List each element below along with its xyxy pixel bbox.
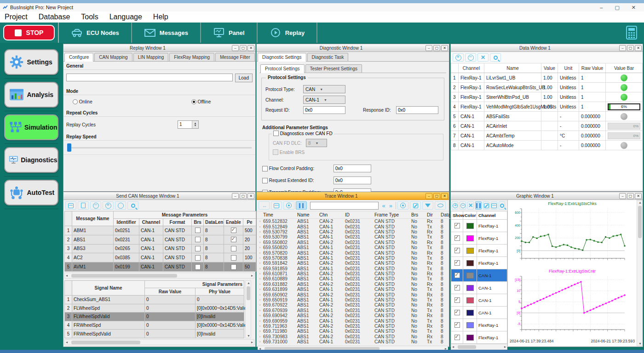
- minimize-icon[interactable]: –: [619, 193, 626, 199]
- trace-row[interactable]: ›659.512832ABS1CAN-20x0231CAN STDNoRx8: [257, 219, 454, 224]
- data-row[interactable]: 2FlexRay-1RowSecLeWakupBtnSts_UB1.00Unit…: [451, 83, 643, 92]
- close-icon[interactable]: ✕: [247, 193, 254, 199]
- col-signal-name[interactable]: Signal Name: [72, 281, 145, 296]
- maximize-icon[interactable]: ▢: [433, 193, 440, 199]
- eye-icon[interactable]: [435, 201, 446, 210]
- trace-search-input[interactable]: [310, 202, 379, 210]
- col-format[interactable]: Format: [163, 219, 192, 226]
- col-channel[interactable]: Channel: [459, 63, 484, 73]
- trace-row[interactable]: ›659.591842ABS1CAN-20x0231CAN STDNoRx8: [257, 261, 454, 266]
- legend-row[interactable]: CAN-1: [451, 294, 507, 307]
- menu-project[interactable]: Project: [5, 13, 28, 21]
- replay-speed-slider[interactable]: [67, 143, 252, 152]
- channel-select[interactable]: CAN-1▼: [303, 96, 345, 104]
- col-period[interactable]: Pe: [243, 219, 256, 226]
- expand-icon[interactable]: ›: [257, 339, 263, 344]
- expand-icon[interactable]: ›: [257, 282, 263, 287]
- checkbox-icon[interactable]: [231, 255, 236, 261]
- message-row[interactable]: 3ABS30x0265CAN-1CAN STD820: [65, 244, 256, 253]
- checkbox-icon[interactable]: [195, 255, 201, 261]
- expand-icon[interactable]: ›: [257, 266, 263, 271]
- remove-signal-icon[interactable]: [460, 201, 466, 210]
- sidebar-item-diagnostics[interactable]: Diagnostics: [4, 147, 58, 173]
- col-channel[interactable]: Channel: [139, 219, 163, 226]
- pause-icon[interactable]: [296, 201, 307, 210]
- search-icon[interactable]: [127, 201, 138, 210]
- tab-diagnostic-settings[interactable]: Diagnostic Settings: [258, 53, 306, 62]
- enable-all-icon[interactable]: [103, 201, 114, 210]
- trace-row[interactable]: ›659.591859ABS1CAN-10x0231CAN STDNoTx8: [257, 266, 454, 271]
- filter-icon[interactable]: [422, 201, 433, 210]
- checkbox-icon[interactable]: [454, 285, 460, 290]
- trace-row[interactable]: ›659.670939ABS1CAN-10x0231CAN STDNoTx8: [257, 308, 454, 313]
- minimize-icon[interactable]: –: [619, 45, 626, 51]
- search-icon[interactable]: [490, 53, 501, 62]
- signal-table-vscrollbar[interactable]: ▲▼: [245, 280, 251, 338]
- close-icon[interactable]: ✕: [441, 193, 448, 199]
- close-icon[interactable]: ✕: [635, 193, 642, 199]
- expand-icon[interactable]: ›: [257, 297, 263, 302]
- color-swatch[interactable]: [466, 310, 474, 316]
- color-swatch[interactable]: [466, 297, 474, 303]
- trace-row[interactable]: ›659.550802ABS1CAN-20x0231CAN STDNoRx8: [257, 240, 454, 245]
- legend-row[interactable]: FlexRay-1: [451, 257, 507, 269]
- expand-icon[interactable]: ›: [257, 261, 263, 266]
- checkbox-icon[interactable]: [454, 248, 460, 253]
- trace-row[interactable]: ›659.530792ABS1CAN-20x0231CAN STDNoRx8: [257, 229, 454, 234]
- checkbox-icon[interactable]: [231, 228, 236, 233]
- checkbox-icon[interactable]: [195, 246, 201, 251]
- legend-row[interactable]: CAN-1: [451, 269, 507, 282]
- checkbox-icon[interactable]: [231, 246, 236, 251]
- expand-icon[interactable]: ›: [257, 308, 263, 313]
- stop-button[interactable]: STOP: [3, 25, 55, 40]
- checkbox-icon[interactable]: [454, 322, 460, 328]
- add-message-icon[interactable]: [65, 201, 76, 210]
- signal-row[interactable]: 5FRWheelSpdValid0[0]Invalid: [65, 330, 244, 338]
- col-value[interactable]: Value: [541, 63, 558, 73]
- close-icon[interactable]: ✕: [441, 45, 448, 51]
- menu-help[interactable]: Help: [153, 13, 168, 21]
- trace-row[interactable]: ›659.650902ABS1CAN-20x0231CAN STDNoRx8: [257, 292, 454, 297]
- copy-message-icon[interactable]: [78, 201, 89, 210]
- request-extended-id-checkbox[interactable]: [262, 178, 268, 183]
- color-swatch[interactable]: [466, 248, 474, 254]
- expand-icon[interactable]: ›: [257, 334, 263, 339]
- clear-icon[interactable]: ✕: [477, 53, 489, 62]
- legend-row[interactable]: FlexRay-1: [451, 331, 507, 344]
- color-swatch[interactable]: [466, 260, 474, 266]
- message-row[interactable]: 4AC20x0385CAN-1CAN STD8100: [65, 253, 256, 262]
- checkbox-icon[interactable]: [454, 223, 460, 228]
- col-raw-value[interactable]: Raw Value: [579, 63, 606, 73]
- replay-cycles-stepper[interactable]: 1 ▲▼: [178, 120, 199, 129]
- checkbox-icon[interactable]: [231, 264, 236, 270]
- subtab-tester-present[interactable]: Tester Present Settings: [305, 64, 362, 73]
- data-row[interactable]: 5CAN-1ABSFailSts-0.000000: [451, 112, 643, 121]
- charts-vscrollbar[interactable]: ▲▼: [637, 200, 643, 346]
- edit-icon[interactable]: [410, 201, 421, 210]
- legend-row[interactable]: CAN-1: [451, 282, 507, 294]
- message-row[interactable]: 1ABM10x0251CAN-1CAN STD8500: [65, 226, 256, 235]
- pan-icon[interactable]: [475, 201, 482, 210]
- trace-row[interactable]: ›659.631899ABS1CAN-10x0231CAN STDNoTx8: [257, 287, 454, 292]
- trace-row[interactable]: ›659.530799ABS1CAN-10x0231CAN STDNoTx8: [257, 234, 454, 239]
- trace-row[interactable]: ›659.650919ABS1CAN-10x0231CAN STDNoTx8: [257, 297, 454, 302]
- replay-button[interactable]: Replay: [258, 23, 318, 43]
- expand-icon[interactable]: ›: [257, 302, 263, 307]
- sidebar-item-autotest[interactable]: AutoTest: [4, 180, 58, 205]
- signal-row[interactable]: 2FLWheelSpd0[0]0x0000~0x14D5:Valid: [65, 304, 244, 313]
- maximize-icon[interactable]: ▢: [627, 193, 634, 199]
- col-phy-value[interactable]: Phy Value: [196, 288, 244, 296]
- col-frame-type[interactable]: Frame Type: [374, 212, 411, 217]
- trace-row[interactable]: ›659.570820ABS1CAN-20x0231CAN STDNoRx8: [257, 250, 454, 255]
- flow-control-padding-checkbox[interactable]: [262, 166, 268, 171]
- autoscroll-icon[interactable]: [397, 201, 408, 210]
- legend-row[interactable]: FlexRay-1: [451, 232, 507, 245]
- add-signal-icon[interactable]: [453, 53, 464, 62]
- maximize-icon[interactable]: ▢: [615, 5, 619, 11]
- trace-row[interactable]: ›659.610889ABS1CAN-10x0231CAN STDNoTx8: [257, 276, 454, 281]
- tab-message-filter[interactable]: Message Filter: [215, 53, 255, 61]
- search-next-icon[interactable]: »: [387, 202, 394, 209]
- expand-icon[interactable]: ›: [257, 219, 263, 224]
- col-raw-value[interactable]: Raw Value: [145, 288, 196, 296]
- remove-message-icon[interactable]: [90, 201, 101, 210]
